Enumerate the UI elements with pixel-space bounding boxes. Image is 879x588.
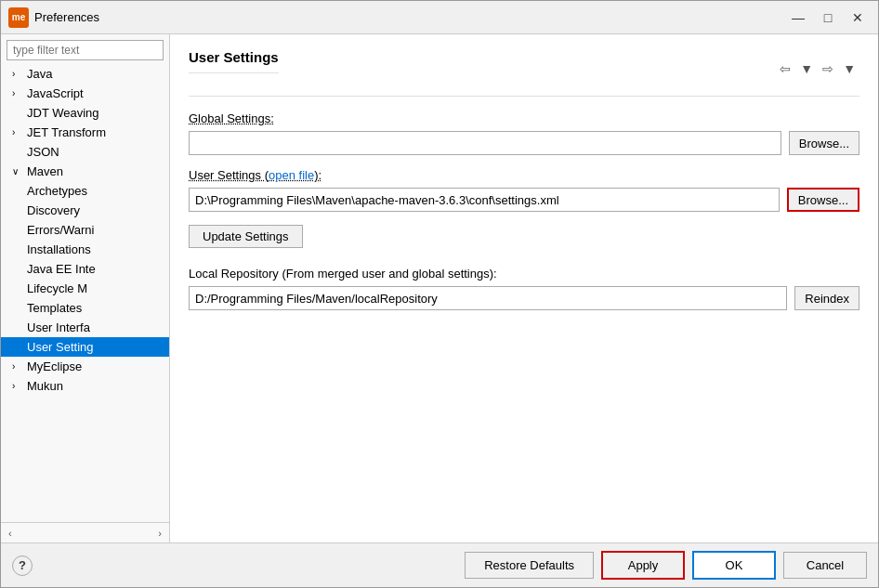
sidebar-item-label: Archetypes [27,184,87,198]
main-area: › Java › JavaScript › JDT Weaving › JET … [1,34,878,542]
sidebar-item-label: JET Transform [27,125,106,139]
back-dropdown[interactable]: ▼ [796,59,817,78]
local-repo-row: Reindex [189,286,859,310]
local-repo-label: Local Repository (From merged user and g… [189,267,859,281]
expand-arrow: ∨ [12,166,23,176]
global-settings-section: Global Settings: Browse... [189,111,859,168]
ok-button[interactable]: OK [692,551,776,580]
sidebar-item-templates[interactable]: Templates [1,298,169,318]
sidebar-item-label: Java [27,67,52,81]
forward-button[interactable]: ⇨ [819,59,837,78]
local-repo-input[interactable] [189,286,787,310]
sidebar-item-label: Installations [27,242,91,256]
tree-area: › Java › JavaScript › JDT Weaving › JET … [1,64,169,522]
content-header-row: User Settings ⇦ ▼ ⇨ ▼ [189,49,859,97]
content-title: User Settings [189,49,279,73]
sidebar-item-user-interfa[interactable]: User Interfa [1,318,169,337]
sidebar-item-mukun[interactable]: › Mukun [1,376,169,396]
sidebar-item-label: Java EE Inte [27,262,96,276]
sidebar-item-label: User Setting [27,340,94,354]
global-settings-row: Browse... [189,131,859,155]
sidebar-item-javascript[interactable]: › JavaScript [1,84,169,103]
sidebar-item-user-settings[interactable]: User Setting [1,337,169,357]
filter-input[interactable] [7,40,164,60]
toolbar-right: ⇦ ▼ ⇨ ▼ [776,59,859,78]
expand-arrow: › [12,361,23,372]
sidebar-item-jet-transform[interactable]: › JET Transform [1,123,169,142]
user-settings-label: User Settings (open file): [189,168,859,182]
forward-dropdown[interactable]: ▼ [839,59,859,78]
sidebar-item-lifecycle-m[interactable]: Lifecycle M [1,279,169,298]
sidebar-item-archetypes[interactable]: Archetypes [1,181,169,201]
sidebar-item-maven[interactable]: ∨ Maven [1,162,169,181]
bottom-bar: ? Restore Defaults Apply OK Cancel [1,542,878,587]
sidebar-item-installations[interactable]: Installations [1,240,169,259]
sidebar-item-discovery[interactable]: Discovery [1,201,169,220]
sidebar-item-json[interactable]: › JSON [1,142,169,162]
sidebar-item-jdt-weaving[interactable]: › JDT Weaving [1,103,169,123]
title-bar-left: me Preferences [8,7,99,28]
sidebar-item-label: Templates [27,301,82,315]
help-button[interactable]: ? [12,555,33,576]
bottom-right: Restore Defaults Apply OK Cancel [465,551,867,580]
sidebar-scroll-left[interactable]: ‹ [5,528,16,539]
local-repo-section: Local Repository (From merged user and g… [189,267,859,323]
sidebar-item-java-ee-inte[interactable]: Java EE Inte [1,259,169,279]
sidebar-item-label: Errors/Warni [27,223,94,237]
global-settings-label: Global Settings: [189,111,859,125]
expand-arrow: › [12,127,23,137]
minimize-button[interactable]: — [785,7,811,28]
preferences-window: me Preferences — □ ✕ › Java › JavaScript [0,0,879,588]
apply-button[interactable]: Apply [601,551,685,580]
expand-arrow: › [12,88,23,98]
sidebar-item-label: User Interfa [27,320,90,334]
sidebar-item-label: Discovery [27,203,80,217]
restore-defaults-button[interactable]: Restore Defaults [465,552,594,579]
sidebar-item-label: JSON [27,145,59,159]
sidebar-item-label: JDT Weaving [27,106,99,120]
expand-arrow: › [12,381,23,391]
user-settings-row: Browse... [189,188,859,212]
cancel-button[interactable]: Cancel [783,552,867,579]
sidebar-item-label: Mukun [27,379,63,393]
global-settings-input[interactable] [189,131,781,155]
update-settings-button[interactable]: Update Settings [189,225,303,248]
sidebar: › Java › JavaScript › JDT Weaving › JET … [1,34,170,542]
global-browse-button[interactable]: Browse... [789,131,859,155]
sidebar-item-myeclipse[interactable]: › MyEclipse [1,357,169,376]
window-controls: — □ ✕ [785,7,871,28]
title-bar: me Preferences — □ ✕ [1,1,878,34]
reindex-button[interactable]: Reindex [794,286,859,310]
sidebar-item-label: JavaScript [27,86,84,100]
sidebar-item-label: Maven [27,164,63,178]
close-button[interactable]: ✕ [845,7,871,28]
sidebar-item-label: MyEclipse [27,359,82,373]
sidebar-item-java[interactable]: › Java [1,64,169,84]
user-settings-section: User Settings (open file): Browse... [189,168,859,225]
back-button[interactable]: ⇦ [776,59,794,78]
user-settings-input[interactable] [189,188,780,212]
app-logo: me [8,7,29,28]
open-file-link[interactable]: open file [269,168,314,182]
window-title: Preferences [34,10,99,24]
expand-arrow: › [12,69,23,79]
maximize-button[interactable]: □ [815,7,841,28]
sidebar-bottom: ‹ › [1,522,169,542]
content-area: User Settings ⇦ ▼ ⇨ ▼ Global Settings: B… [170,34,878,542]
sidebar-item-label: Lifecycle M [27,281,87,295]
sidebar-item-errors-warnings[interactable]: Errors/Warni [1,220,169,240]
user-browse-button[interactable]: Browse... [787,188,859,212]
sidebar-scroll-right[interactable]: › [154,528,165,539]
